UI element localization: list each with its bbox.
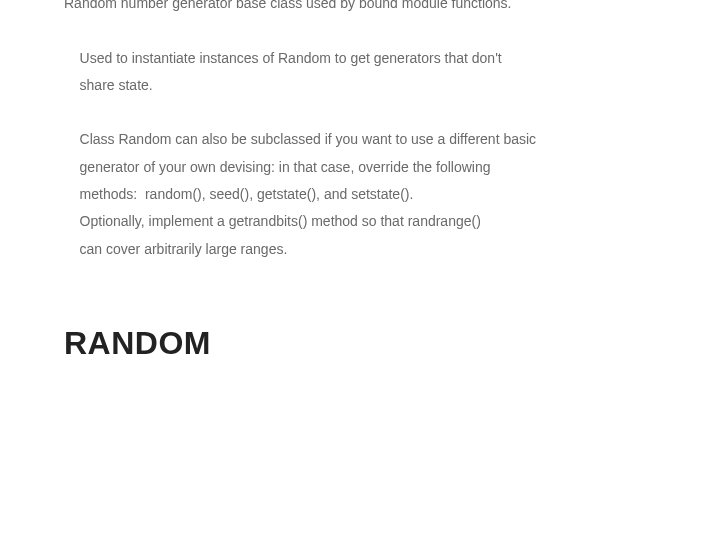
class-docstring: Random number generator base class used …: [64, 0, 656, 263]
section-heading-random: RANDOM: [64, 325, 656, 362]
